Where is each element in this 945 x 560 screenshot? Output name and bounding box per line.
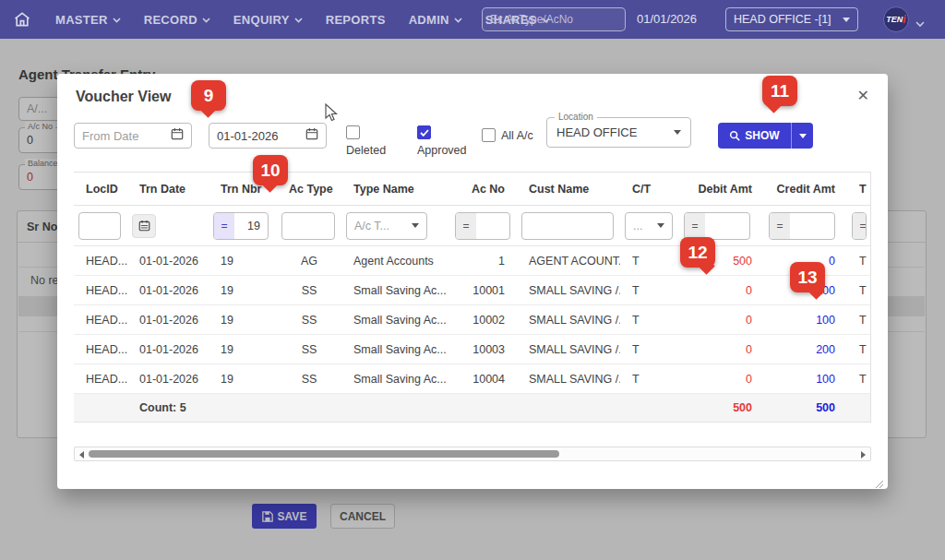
cell-trn-date: 01-01-2026: [127, 314, 209, 327]
cell-truncated: T: [847, 255, 871, 268]
col-ac-no[interactable]: Ac No: [450, 183, 517, 196]
cell-debit: 0: [679, 314, 764, 327]
equals-operator-chip[interactable]: =: [853, 213, 867, 239]
equals-operator-chip[interactable]: =: [214, 213, 234, 239]
calendar-icon[interactable]: [305, 127, 318, 144]
chevron-down-icon: [454, 18, 462, 23]
menu-admin[interactable]: ADMIN: [409, 13, 462, 27]
cell-locid: HEAD...: [74, 373, 127, 386]
horizontal-scrollbar[interactable]: [74, 447, 871, 461]
col-truncated[interactable]: T: [847, 183, 871, 196]
scroll-right-icon[interactable]: [861, 451, 866, 459]
equals-operator-chip[interactable]: =: [770, 213, 790, 239]
cell-locid: HEAD...: [74, 314, 127, 327]
cell-locid: HEAD...: [74, 284, 127, 297]
deleted-checkbox[interactable]: [346, 125, 360, 139]
cell-ac-no: 10003: [450, 343, 517, 356]
app-logo[interactable]: TENi: [883, 6, 909, 32]
home-icon[interactable]: [13, 10, 31, 29]
filter-trn-nbr-value[interactable]: 19: [234, 220, 268, 232]
chevron-down-icon: [799, 134, 807, 138]
cell-ac-type: SS: [277, 373, 341, 386]
deleted-filter: Deleted: [346, 125, 386, 157]
cell-truncated: T: [847, 314, 871, 327]
annotation-marker-10: 10: [253, 155, 288, 185]
profile-chevron-icon[interactable]: [915, 15, 925, 31]
col-debit-amt[interactable]: Debit Amt: [679, 183, 764, 196]
filter-cust-name-input[interactable]: [522, 220, 613, 232]
chevron-down-icon: [412, 223, 419, 228]
cell-ct: T: [620, 343, 679, 356]
location-legend: Location: [555, 112, 597, 122]
menu-master[interactable]: MASTER: [55, 13, 121, 27]
marker-number: 13: [797, 268, 817, 288]
table-row[interactable]: HEAD... 01-01-2026 19 SS Small Saving Ac…: [74, 305, 870, 335]
cell-credit: 100: [764, 314, 847, 327]
col-trn-date[interactable]: Trn Date: [127, 183, 209, 196]
filter-debit-box[interactable]: =: [684, 212, 750, 240]
show-dropdown-button[interactable]: [791, 123, 813, 149]
close-icon[interactable]: ✕: [857, 89, 869, 103]
filter-ct-select[interactable]: ...: [625, 212, 673, 240]
cell-cust-name: AGENT ACOUNT...: [517, 255, 620, 268]
from-date-input[interactable]: [82, 129, 171, 143]
chevron-down-icon: [674, 130, 681, 135]
approved-checkbox[interactable]: [417, 125, 431, 139]
table-filter-row: =19 A/c T... = ... = = =: [74, 206, 870, 246]
filter-trn-nbr-box[interactable]: =19: [213, 212, 269, 240]
cell-type-name: Small Saving Ac...: [341, 284, 450, 297]
location-select[interactable]: Location HEAD OFFICE: [546, 117, 691, 148]
filter-type-name-select[interactable]: A/c T...: [346, 212, 427, 240]
cell-debit: 0: [679, 343, 764, 356]
business-date: 01/01/2026: [637, 12, 697, 26]
cell-truncated: T: [847, 373, 871, 386]
filter-truncated-box[interactable]: =: [852, 212, 867, 240]
col-credit-amt[interactable]: Credit Amt: [764, 183, 847, 196]
menu-record-label: RECORD: [144, 13, 197, 27]
to-date-input[interactable]: [217, 129, 305, 143]
table-row[interactable]: HEAD... 01-01-2026 19 SS Small Saving Ac…: [74, 364, 870, 394]
all-ac-checkbox[interactable]: [482, 128, 496, 142]
cell-credit: 100: [764, 373, 847, 386]
approved-filter: Approved: [417, 125, 467, 157]
scroll-left-icon[interactable]: [79, 451, 84, 459]
voucher-view-modal: Voucher View ✕ Deleted Approved All A/c …: [57, 74, 888, 489]
scrollbar-thumb[interactable]: [89, 450, 559, 458]
chevron-down-icon: [202, 18, 210, 23]
search-input[interactable]: [483, 8, 626, 30]
filter-ac-no-box[interactable]: =: [455, 212, 510, 240]
filter-ac-type-input[interactable]: [282, 220, 334, 232]
menu-reports[interactable]: REPORTS: [326, 13, 386, 27]
table-row[interactable]: HEAD... 01-01-2026 19 SS Small Saving Ac…: [74, 335, 870, 364]
col-ac-type[interactable]: Ac Type: [277, 183, 341, 196]
cell-cust-name: SMALL SAVING /...: [517, 343, 620, 356]
filter-locid-input[interactable]: [79, 220, 120, 232]
filter-credit-box[interactable]: =: [769, 212, 835, 240]
show-button-group: SHOW: [718, 123, 813, 149]
resize-handle[interactable]: [875, 476, 884, 485]
cell-ac-no: 1: [450, 255, 517, 268]
cell-locid: HEAD...: [74, 255, 127, 268]
from-date-field[interactable]: [74, 123, 192, 149]
branch-selector[interactable]: HEAD OFFICE -[1]: [725, 7, 858, 31]
filter-trn-date-calendar-button[interactable]: [132, 214, 156, 238]
menu-enquiry[interactable]: ENQUIRY: [233, 13, 303, 27]
cell-trn-nbr: 19: [209, 314, 277, 327]
chevron-down-icon: [843, 18, 850, 22]
cell-debit: 0: [679, 373, 764, 386]
top-navbar: MASTER RECORD ENQUIRY REPORTS ADMIN SHAR…: [0, 0, 945, 39]
table-row[interactable]: HEAD... 01-01-2026 19 AG Agent Accounts …: [74, 246, 870, 276]
equals-operator-chip[interactable]: =: [685, 213, 705, 239]
cell-ac-type: AG: [277, 255, 341, 268]
to-date-field[interactable]: [209, 123, 327, 149]
col-ct[interactable]: C/T: [620, 183, 679, 196]
menu-record[interactable]: RECORD: [144, 13, 210, 27]
equals-operator-chip[interactable]: =: [456, 213, 476, 239]
col-cust-name[interactable]: Cust Name: [517, 183, 620, 196]
show-button[interactable]: SHOW: [718, 123, 791, 149]
cell-type-name: Small Saving Ac...: [341, 314, 450, 327]
table-row[interactable]: HEAD... 01-01-2026 19 SS Small Saving Ac…: [74, 276, 870, 305]
calendar-icon[interactable]: [171, 127, 184, 144]
col-type-name[interactable]: Type Name: [341, 183, 450, 196]
col-locid[interactable]: LocID: [74, 183, 127, 196]
